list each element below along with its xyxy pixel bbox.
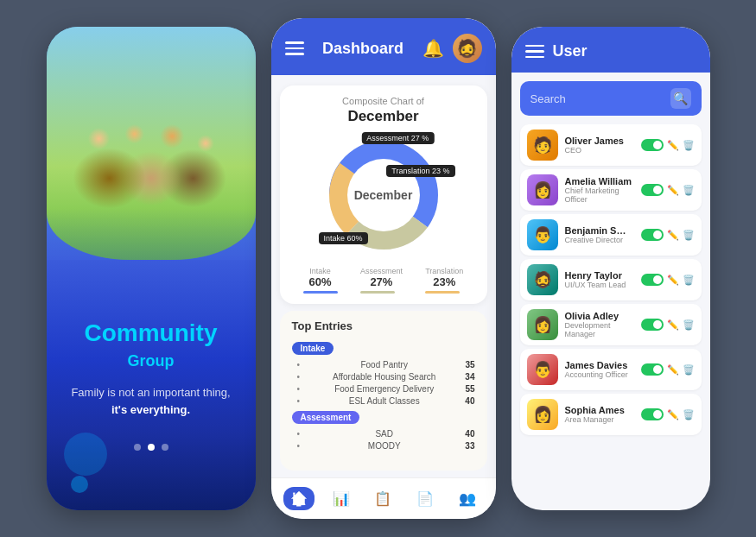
avatar-benjamin: 👨	[527, 219, 558, 250]
tagline: Family is not an important thing, it's e…	[71, 384, 230, 418]
entry-moody: MOODY 33	[292, 441, 475, 451]
user-info-olivia: Olivia Adley Development Manager	[565, 311, 634, 338]
avatar-james: 👨	[527, 354, 558, 385]
decorative-circle-small	[71, 476, 88, 493]
avatar-amelia: 👩	[527, 174, 558, 205]
user-info-amelia: Amelia William Chief Marketing Officer	[565, 176, 634, 204]
nav-home[interactable]: 🏠	[283, 487, 314, 510]
avatar-oliver: 🧑	[527, 130, 558, 161]
user-actions-olivia: ✏️ 🗑️	[641, 319, 695, 331]
edit-icon-amelia[interactable]: ✏️	[667, 185, 679, 196]
badge-assessment: Assessment	[292, 411, 360, 424]
nav-doc[interactable]: 📄	[410, 487, 441, 510]
toggle-henry[interactable]	[641, 274, 664, 286]
tooltip-translation: Translation 23 %	[386, 165, 454, 177]
chart-month: December	[292, 108, 475, 125]
user-item-benjamin[interactable]: 👨 Benjamin Smith Creative Director ✏️ 🗑️	[520, 214, 702, 256]
dot-1[interactable]	[134, 444, 141, 451]
user-avatar-header[interactable]: 🧔	[453, 34, 482, 63]
user-actions-benjamin: ✏️ 🗑️	[641, 229, 695, 241]
header-actions: 🔔 🧔	[422, 34, 482, 63]
bell-icon[interactable]: 🔔	[422, 38, 444, 59]
entry-sad: SAD 40	[292, 429, 475, 439]
dashboard-header: Dashboard 🔔 🧔	[271, 18, 496, 75]
search-placeholder: Search	[530, 92, 664, 105]
dashboard-content: Composite Chart of December December	[271, 75, 496, 477]
user-header: User	[511, 27, 710, 73]
carousel-dots	[134, 444, 168, 451]
tooltip-assessment: Assessment 27 %	[361, 132, 434, 144]
user-info-sophia: Sophia Ames Area Manager	[565, 405, 634, 424]
delete-icon-james[interactable]: 🗑️	[683, 364, 695, 376]
chart-subtitle: Composite Chart of	[292, 96, 475, 106]
menu-icon[interactable]	[285, 41, 304, 55]
user-item-oliver[interactable]: 🧑 Oliver James CEO ✏️ 🗑️	[520, 124, 702, 166]
nav-list[interactable]: 📋	[367, 487, 398, 510]
edit-icon-james[interactable]: ✏️	[667, 364, 679, 376]
entries-card: Top Entries Intake Food Pantry 35 Afford…	[280, 311, 487, 471]
edit-icon-sophia[interactable]: ✏️	[667, 409, 679, 420]
user-info-james: James Davies Accounting Officer	[565, 360, 634, 379]
user-actions-james: ✏️ 🗑️	[641, 363, 695, 376]
nav-chart[interactable]: 📊	[326, 487, 357, 510]
user-info-benjamin: Benjamin Smith Creative Director	[565, 225, 634, 244]
user-item-olivia[interactable]: 👩 Olivia Adley Development Manager ✏️ 🗑️	[520, 304, 702, 345]
dashboard-title: Dashboard	[322, 40, 403, 58]
user-title: User	[553, 42, 588, 60]
search-bar[interactable]: Search 🔍	[520, 81, 702, 116]
stat-bar-intake	[303, 291, 338, 294]
logo-text-community: Community	[84, 319, 217, 346]
user-menu-icon[interactable]	[525, 45, 544, 59]
entry-housing: Affordable Housing Search 34	[292, 372, 475, 382]
user-item-amelia[interactable]: 👩 Amelia William Chief Marketing Officer…	[520, 169, 702, 211]
chart-stats: Intake 60% Assessment 27% Translation 23…	[292, 267, 475, 294]
nav-users[interactable]: 👥	[452, 487, 483, 510]
user-item-sophia[interactable]: 👩 Sophia Ames Area Manager ✏️ 🗑️	[520, 394, 702, 435]
logo-subtext: Group	[128, 352, 175, 370]
search-button[interactable]: 🔍	[670, 88, 691, 109]
delete-icon-olivia[interactable]: 🗑️	[683, 319, 695, 331]
decorative-circle-large	[64, 433, 107, 476]
toggle-james[interactable]	[641, 363, 664, 376]
user-info-henry: Henry Taylor UI/UX Team Lead	[565, 270, 634, 289]
toggle-benjamin[interactable]	[641, 229, 664, 241]
phone-user: User Search 🔍 🧑 Oliver James CEO ✏️ 🗑️ 👩…	[511, 27, 710, 510]
dot-3[interactable]	[162, 444, 168, 451]
delete-icon-henry[interactable]: 🗑️	[683, 275, 695, 286]
edit-icon-benjamin[interactable]: ✏️	[667, 230, 679, 241]
toggle-oliver[interactable]	[641, 139, 664, 151]
app-logo: Community	[84, 319, 217, 347]
delete-icon-oliver[interactable]: 🗑️	[683, 140, 695, 151]
dot-2[interactable]	[148, 444, 155, 451]
user-list: 🧑 Oliver James CEO ✏️ 🗑️ 👩 Amelia Willia…	[511, 124, 710, 510]
stat-intake: Intake 60%	[303, 267, 338, 294]
edit-icon-henry[interactable]: ✏️	[667, 275, 679, 286]
user-item-henry[interactable]: 🧔 Henry Taylor UI/UX Team Lead ✏️ 🗑️	[520, 259, 702, 300]
toggle-amelia[interactable]	[641, 184, 664, 196]
entry-esl: ESL Adult Classes 40	[292, 396, 475, 406]
hero-image	[47, 27, 256, 260]
user-actions-henry: ✏️ 🗑️	[641, 274, 695, 286]
stat-bar-assessment	[360, 291, 395, 294]
delete-icon-sophia[interactable]: 🗑️	[683, 409, 695, 420]
donut-center-label: December	[354, 188, 413, 202]
avatar-henry: 🧔	[527, 264, 558, 295]
stat-bar-translation	[425, 291, 460, 294]
phone-dashboard: Dashboard 🔔 🧔 Composite Chart of Decembe…	[271, 18, 496, 519]
toggle-sophia[interactable]	[641, 408, 664, 420]
avatar-sophia: 👩	[527, 399, 558, 430]
bottom-nav: 🏠 📊 📋 📄 👥	[271, 477, 496, 519]
edit-icon-oliver[interactable]: ✏️	[667, 140, 679, 151]
edit-icon-olivia[interactable]: ✏️	[667, 319, 679, 331]
delete-icon-amelia[interactable]: 🗑️	[683, 185, 695, 196]
toggle-olivia[interactable]	[641, 319, 664, 331]
user-actions-amelia: ✏️ 🗑️	[641, 184, 695, 196]
entries-title: Top Entries	[292, 319, 475, 332]
branding-section: Community Group Family is not an importa…	[47, 260, 256, 510]
badge-intake: Intake	[292, 342, 334, 355]
doc-icon: 📄	[416, 490, 434, 507]
chart-icon: 📊	[333, 490, 350, 507]
tooltip-intake: Intake 60%	[319, 232, 368, 244]
user-item-james[interactable]: 👨 James Davies Accounting Officer ✏️ 🗑️	[520, 349, 702, 390]
delete-icon-benjamin[interactable]: 🗑️	[683, 230, 695, 241]
